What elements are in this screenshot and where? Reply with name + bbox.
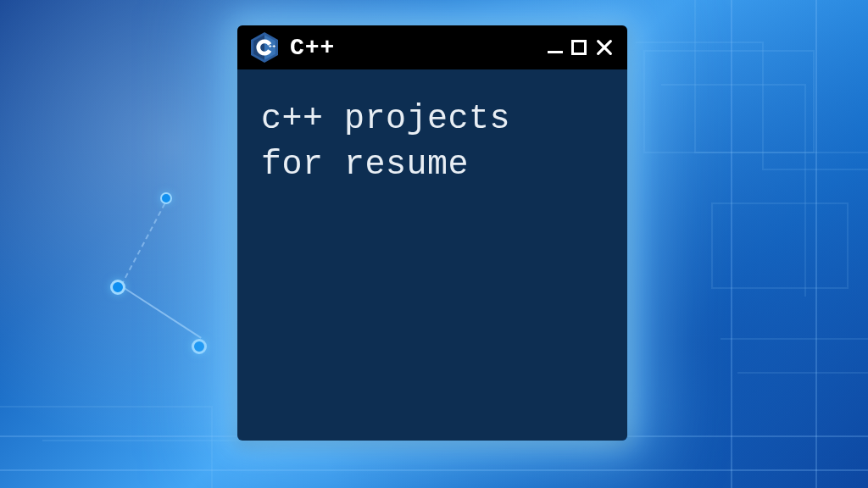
minimize-button[interactable] xyxy=(548,51,563,53)
close-button[interactable] xyxy=(595,38,614,57)
window-controls xyxy=(548,38,614,57)
network-node xyxy=(192,339,207,354)
svg-rect-6 xyxy=(270,45,270,47)
terminal-body[interactable]: c++ projects for resume xyxy=(237,69,627,441)
network-node xyxy=(110,280,125,295)
window-title: C++ xyxy=(290,35,548,61)
svg-rect-0 xyxy=(644,51,814,152)
text-line-1: c++ projects xyxy=(261,100,510,138)
cpp-logo-icon xyxy=(251,34,278,61)
network-node xyxy=(160,192,172,204)
grid-line xyxy=(0,469,868,471)
titlebar[interactable]: C++ xyxy=(237,25,627,69)
text-line-2: for resume xyxy=(261,146,469,184)
grid-line xyxy=(731,0,732,488)
grid-line xyxy=(815,0,817,488)
svg-rect-1 xyxy=(712,203,848,288)
close-icon xyxy=(595,38,614,57)
maximize-button[interactable] xyxy=(571,40,587,55)
svg-rect-8 xyxy=(274,45,275,47)
terminal-text: c++ projects for resume xyxy=(261,97,604,188)
terminal-window: C++ c++ projects for resume xyxy=(237,25,627,441)
